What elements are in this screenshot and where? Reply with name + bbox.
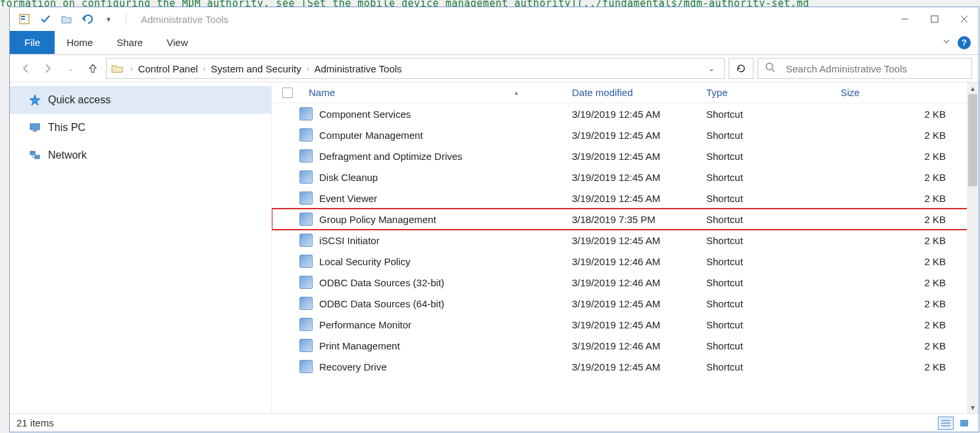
file-type: Shortcut	[700, 361, 834, 372]
shortcut-icon	[299, 297, 313, 310]
file-date: 3/19/2019 12:45 AM	[565, 109, 700, 120]
svg-rect-2	[21, 18, 25, 20]
sidebar-item-this-pc[interactable]: This PC	[10, 114, 271, 141]
folder-icon	[111, 62, 124, 75]
file-size: 2 KB	[834, 277, 979, 288]
details-view-icon[interactable]	[938, 417, 954, 430]
breadcrumb-system-security[interactable]: System and Security	[208, 63, 304, 74]
file-date: 3/18/2019 7:35 PM	[565, 214, 700, 225]
tab-view[interactable]: View	[155, 31, 199, 54]
maximize-button[interactable]	[919, 9, 949, 29]
breadcrumb-admin-tools[interactable]: Administrative Tools	[311, 63, 404, 74]
svg-point-7	[766, 63, 773, 70]
tab-home[interactable]: Home	[55, 31, 105, 54]
ribbon-collapse-icon[interactable]	[942, 37, 951, 49]
file-date: 3/19/2019 12:46 AM	[565, 256, 700, 267]
file-row[interactable]: Group Policy Management3/18/2019 7:35 PM…	[272, 209, 979, 230]
shortcut-icon	[299, 149, 313, 163]
file-name: ODBC Data Sources (64-bit)	[319, 298, 444, 309]
breadcrumb-separator-icon[interactable]: ›	[128, 64, 136, 72]
qat-dropdown-icon[interactable]: ▼	[99, 11, 118, 27]
file-date: 3/19/2019 12:45 AM	[565, 319, 700, 330]
file-date: 3/19/2019 12:46 AM	[565, 277, 700, 288]
file-size: 2 KB	[834, 172, 979, 183]
file-size: 2 KB	[834, 130, 979, 141]
back-button[interactable]	[16, 59, 35, 78]
file-rows: Component Services3/19/2019 12:45 AMShor…	[272, 103, 979, 413]
file-row[interactable]: Component Services3/19/2019 12:45 AMShor…	[272, 103, 979, 124]
search-input[interactable]	[785, 63, 965, 75]
minimize-button[interactable]	[890, 9, 919, 29]
column-header-type[interactable]: Type	[700, 87, 834, 98]
undo-icon[interactable]	[78, 11, 97, 27]
file-name: Component Services	[319, 109, 411, 120]
shortcut-icon	[299, 276, 313, 289]
sidebar-item-label: Network	[48, 149, 87, 161]
file-type: Shortcut	[700, 193, 834, 204]
up-button[interactable]	[84, 59, 102, 78]
address-bar[interactable]: › Control Panel › System and Security › …	[106, 58, 725, 79]
titlebar-separator	[126, 13, 126, 25]
recent-locations-icon[interactable]: ⌄	[61, 59, 80, 78]
file-name: ODBC Data Sources (32-bit)	[319, 277, 444, 288]
address-dropdown-icon[interactable]: ⌄	[703, 64, 720, 73]
file-date: 3/19/2019 12:46 AM	[565, 340, 700, 351]
tab-share[interactable]: Share	[105, 31, 155, 54]
forward-button[interactable]	[39, 59, 57, 78]
column-header-date[interactable]: Date modified	[565, 87, 700, 98]
explorer-window: ▼ Administrative Tools File Home Share V…	[9, 7, 979, 432]
properties-icon[interactable]	[15, 11, 34, 27]
svg-rect-1	[21, 16, 25, 17]
file-name: Performance Monitor	[319, 319, 411, 330]
file-row[interactable]: Recovery Drive3/19/2019 12:45 AMShortcut…	[272, 356, 979, 377]
file-row[interactable]: Event Viewer3/19/2019 12:45 AMShortcut2 …	[272, 188, 979, 209]
sort-ascending-icon: ▲	[513, 89, 519, 96]
file-row[interactable]: Defragment and Optimize Drives3/19/2019 …	[272, 145, 979, 166]
file-row[interactable]: Performance Monitor3/19/2019 12:45 AMSho…	[272, 314, 979, 335]
sidebar-item-quick-access[interactable]: Quick access	[10, 86, 271, 114]
scroll-down-icon[interactable]: ▼	[967, 401, 979, 413]
file-size: 2 KB	[834, 298, 979, 309]
computer-icon	[28, 121, 41, 134]
checkmark-icon[interactable]	[36, 11, 55, 27]
search-box[interactable]	[758, 58, 972, 79]
file-row[interactable]: ODBC Data Sources (64-bit)3/19/2019 12:4…	[272, 293, 979, 314]
svg-rect-18	[960, 420, 968, 426]
network-icon	[28, 149, 41, 162]
file-row[interactable]: iSCSI Initiator3/19/2019 12:45 AMShortcu…	[272, 230, 979, 251]
breadcrumb-control-panel[interactable]: Control Panel	[136, 63, 201, 74]
file-date: 3/19/2019 12:45 AM	[565, 130, 700, 141]
file-row[interactable]: Local Security Policy3/19/2019 12:46 AMS…	[272, 251, 979, 272]
file-row[interactable]: Computer Management3/19/2019 12:45 AMSho…	[272, 124, 979, 145]
file-row[interactable]: Print Management3/19/2019 12:46 AMShortc…	[272, 335, 979, 356]
breadcrumb-separator-icon[interactable]: ›	[304, 64, 312, 72]
file-size: 2 KB	[834, 256, 979, 267]
vertical-scrollbar[interactable]: ▲ ▼	[967, 82, 979, 413]
file-row[interactable]: Disk Cleanup3/19/2019 12:45 AMShortcut2 …	[272, 166, 979, 188]
column-header-name[interactable]: Name ▲	[272, 87, 565, 98]
file-type: Shortcut	[700, 235, 834, 246]
svg-rect-10	[33, 130, 37, 132]
scrollbar-thumb[interactable]	[968, 94, 977, 186]
new-folder-icon[interactable]	[57, 11, 76, 27]
thumbnails-view-icon[interactable]	[956, 417, 972, 430]
scroll-up-icon[interactable]: ▲	[967, 82, 979, 94]
close-button[interactable]	[949, 9, 979, 29]
quick-access-toolbar: ▼	[10, 11, 123, 27]
help-icon[interactable]: ?	[958, 36, 971, 49]
shortcut-icon	[299, 170, 313, 184]
file-list-pane: Name ▲ Date modified Type Size Component…	[272, 82, 979, 413]
file-size: 2 KB	[834, 193, 979, 204]
file-name: Print Management	[319, 340, 400, 351]
navigation-pane: Quick access This PC Network	[10, 82, 272, 413]
file-row[interactable]: ODBC Data Sources (32-bit)3/19/2019 12:4…	[272, 272, 979, 293]
column-header-size[interactable]: Size	[834, 87, 979, 98]
sidebar-item-network[interactable]: Network	[10, 141, 271, 169]
shortcut-icon	[299, 107, 313, 120]
refresh-button[interactable]	[729, 58, 754, 79]
file-name: Computer Management	[319, 130, 423, 141]
tab-file[interactable]: File	[10, 31, 55, 54]
file-date: 3/19/2019 12:45 AM	[565, 298, 700, 309]
select-all-checkbox[interactable]	[282, 88, 293, 98]
breadcrumb-separator-icon[interactable]: ›	[201, 64, 209, 72]
